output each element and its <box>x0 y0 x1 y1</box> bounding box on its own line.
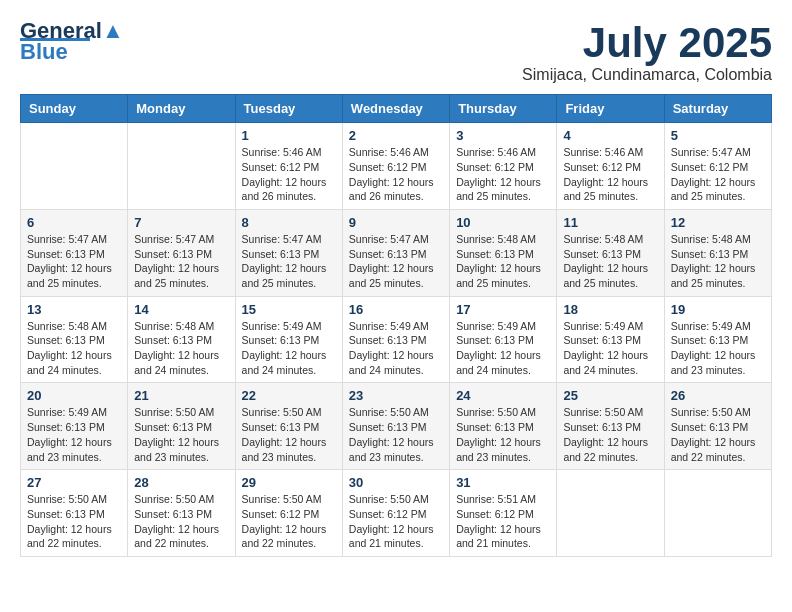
day-info: Sunrise: 5:46 AM Sunset: 6:12 PM Dayligh… <box>242 145 336 204</box>
calendar-cell-2-3: 8Sunrise: 5:47 AM Sunset: 6:13 PM Daylig… <box>235 209 342 296</box>
day-number: 25 <box>563 388 657 403</box>
calendar-table: Sunday Monday Tuesday Wednesday Thursday… <box>20 94 772 557</box>
day-info: Sunrise: 5:47 AM Sunset: 6:13 PM Dayligh… <box>349 232 443 291</box>
day-info: Sunrise: 5:50 AM Sunset: 6:12 PM Dayligh… <box>242 492 336 551</box>
calendar-week-5: 27Sunrise: 5:50 AM Sunset: 6:13 PM Dayli… <box>21 470 772 557</box>
day-info: Sunrise: 5:49 AM Sunset: 6:13 PM Dayligh… <box>456 319 550 378</box>
day-info: Sunrise: 5:47 AM Sunset: 6:12 PM Dayligh… <box>671 145 765 204</box>
calendar-cell-4-4: 23Sunrise: 5:50 AM Sunset: 6:13 PM Dayli… <box>342 383 449 470</box>
day-number: 14 <box>134 302 228 317</box>
day-info: Sunrise: 5:50 AM Sunset: 6:13 PM Dayligh… <box>563 405 657 464</box>
day-info: Sunrise: 5:48 AM Sunset: 6:13 PM Dayligh… <box>134 319 228 378</box>
col-tuesday: Tuesday <box>235 95 342 123</box>
day-number: 16 <box>349 302 443 317</box>
day-number: 1 <box>242 128 336 143</box>
calendar-cell-1-7: 5Sunrise: 5:47 AM Sunset: 6:12 PM Daylig… <box>664 123 771 210</box>
calendar-week-3: 13Sunrise: 5:48 AM Sunset: 6:13 PM Dayli… <box>21 296 772 383</box>
calendar-cell-3-1: 13Sunrise: 5:48 AM Sunset: 6:13 PM Dayli… <box>21 296 128 383</box>
calendar-week-1: 1Sunrise: 5:46 AM Sunset: 6:12 PM Daylig… <box>21 123 772 210</box>
calendar-cell-4-5: 24Sunrise: 5:50 AM Sunset: 6:13 PM Dayli… <box>450 383 557 470</box>
day-info: Sunrise: 5:50 AM Sunset: 6:12 PM Dayligh… <box>349 492 443 551</box>
day-number: 20 <box>27 388 121 403</box>
calendar-cell-5-7 <box>664 470 771 557</box>
day-number: 28 <box>134 475 228 490</box>
day-info: Sunrise: 5:48 AM Sunset: 6:13 PM Dayligh… <box>671 232 765 291</box>
calendar-cell-1-5: 3Sunrise: 5:46 AM Sunset: 6:12 PM Daylig… <box>450 123 557 210</box>
day-number: 24 <box>456 388 550 403</box>
day-info: Sunrise: 5:49 AM Sunset: 6:13 PM Dayligh… <box>27 405 121 464</box>
calendar-cell-1-4: 2Sunrise: 5:46 AM Sunset: 6:12 PM Daylig… <box>342 123 449 210</box>
day-info: Sunrise: 5:50 AM Sunset: 6:13 PM Dayligh… <box>27 492 121 551</box>
col-sunday: Sunday <box>21 95 128 123</box>
day-info: Sunrise: 5:49 AM Sunset: 6:13 PM Dayligh… <box>671 319 765 378</box>
day-number: 5 <box>671 128 765 143</box>
day-info: Sunrise: 5:48 AM Sunset: 6:13 PM Dayligh… <box>563 232 657 291</box>
calendar-cell-3-6: 18Sunrise: 5:49 AM Sunset: 6:13 PM Dayli… <box>557 296 664 383</box>
calendar-cell-4-2: 21Sunrise: 5:50 AM Sunset: 6:13 PM Dayli… <box>128 383 235 470</box>
col-wednesday: Wednesday <box>342 95 449 123</box>
day-info: Sunrise: 5:50 AM Sunset: 6:13 PM Dayligh… <box>134 492 228 551</box>
calendar-cell-1-6: 4Sunrise: 5:46 AM Sunset: 6:12 PM Daylig… <box>557 123 664 210</box>
day-number: 30 <box>349 475 443 490</box>
day-info: Sunrise: 5:46 AM Sunset: 6:12 PM Dayligh… <box>349 145 443 204</box>
day-info: Sunrise: 5:49 AM Sunset: 6:13 PM Dayligh… <box>349 319 443 378</box>
calendar-cell-4-3: 22Sunrise: 5:50 AM Sunset: 6:13 PM Dayli… <box>235 383 342 470</box>
calendar-cell-2-1: 6Sunrise: 5:47 AM Sunset: 6:13 PM Daylig… <box>21 209 128 296</box>
col-friday: Friday <box>557 95 664 123</box>
calendar-week-2: 6Sunrise: 5:47 AM Sunset: 6:13 PM Daylig… <box>21 209 772 296</box>
day-number: 15 <box>242 302 336 317</box>
day-info: Sunrise: 5:50 AM Sunset: 6:13 PM Dayligh… <box>134 405 228 464</box>
day-info: Sunrise: 5:49 AM Sunset: 6:13 PM Dayligh… <box>563 319 657 378</box>
col-saturday: Saturday <box>664 95 771 123</box>
calendar-cell-3-7: 19Sunrise: 5:49 AM Sunset: 6:13 PM Dayli… <box>664 296 771 383</box>
calendar-header-row: Sunday Monday Tuesday Wednesday Thursday… <box>21 95 772 123</box>
day-number: 19 <box>671 302 765 317</box>
day-number: 2 <box>349 128 443 143</box>
day-info: Sunrise: 5:49 AM Sunset: 6:13 PM Dayligh… <box>242 319 336 378</box>
calendar-cell-5-3: 29Sunrise: 5:50 AM Sunset: 6:12 PM Dayli… <box>235 470 342 557</box>
day-info: Sunrise: 5:50 AM Sunset: 6:13 PM Dayligh… <box>456 405 550 464</box>
logo-blue: Blue <box>20 39 68 65</box>
day-number: 13 <box>27 302 121 317</box>
day-number: 31 <box>456 475 550 490</box>
day-info: Sunrise: 5:50 AM Sunset: 6:13 PM Dayligh… <box>349 405 443 464</box>
day-info: Sunrise: 5:50 AM Sunset: 6:13 PM Dayligh… <box>671 405 765 464</box>
day-info: Sunrise: 5:46 AM Sunset: 6:12 PM Dayligh… <box>456 145 550 204</box>
calendar-cell-4-1: 20Sunrise: 5:49 AM Sunset: 6:13 PM Dayli… <box>21 383 128 470</box>
day-number: 22 <box>242 388 336 403</box>
day-info: Sunrise: 5:48 AM Sunset: 6:13 PM Dayligh… <box>456 232 550 291</box>
calendar-cell-1-2 <box>128 123 235 210</box>
calendar-cell-1-3: 1Sunrise: 5:46 AM Sunset: 6:12 PM Daylig… <box>235 123 342 210</box>
logo: General▲ Blue <box>20 20 124 65</box>
day-number: 4 <box>563 128 657 143</box>
day-number: 12 <box>671 215 765 230</box>
title-block: July 2025 Simijaca, Cundinamarca, Colomb… <box>522 20 772 84</box>
calendar-cell-5-5: 31Sunrise: 5:51 AM Sunset: 6:12 PM Dayli… <box>450 470 557 557</box>
day-info: Sunrise: 5:51 AM Sunset: 6:12 PM Dayligh… <box>456 492 550 551</box>
location-subtitle: Simijaca, Cundinamarca, Colombia <box>522 66 772 84</box>
calendar-cell-4-7: 26Sunrise: 5:50 AM Sunset: 6:13 PM Dayli… <box>664 383 771 470</box>
calendar-cell-3-4: 16Sunrise: 5:49 AM Sunset: 6:13 PM Dayli… <box>342 296 449 383</box>
day-info: Sunrise: 5:47 AM Sunset: 6:13 PM Dayligh… <box>242 232 336 291</box>
calendar-cell-5-2: 28Sunrise: 5:50 AM Sunset: 6:13 PM Dayli… <box>128 470 235 557</box>
day-number: 9 <box>349 215 443 230</box>
day-number: 18 <box>563 302 657 317</box>
day-number: 7 <box>134 215 228 230</box>
day-number: 29 <box>242 475 336 490</box>
calendar-cell-2-7: 12Sunrise: 5:48 AM Sunset: 6:13 PM Dayli… <box>664 209 771 296</box>
calendar-cell-2-5: 10Sunrise: 5:48 AM Sunset: 6:13 PM Dayli… <box>450 209 557 296</box>
calendar-cell-2-4: 9Sunrise: 5:47 AM Sunset: 6:13 PM Daylig… <box>342 209 449 296</box>
calendar-cell-5-1: 27Sunrise: 5:50 AM Sunset: 6:13 PM Dayli… <box>21 470 128 557</box>
day-number: 26 <box>671 388 765 403</box>
day-number: 6 <box>27 215 121 230</box>
day-number: 3 <box>456 128 550 143</box>
day-number: 27 <box>27 475 121 490</box>
calendar-cell-3-5: 17Sunrise: 5:49 AM Sunset: 6:13 PM Dayli… <box>450 296 557 383</box>
month-year-title: July 2025 <box>522 20 772 66</box>
calendar-cell-1-1 <box>21 123 128 210</box>
calendar-cell-5-6 <box>557 470 664 557</box>
day-number: 10 <box>456 215 550 230</box>
day-info: Sunrise: 5:48 AM Sunset: 6:13 PM Dayligh… <box>27 319 121 378</box>
day-number: 23 <box>349 388 443 403</box>
day-info: Sunrise: 5:47 AM Sunset: 6:13 PM Dayligh… <box>27 232 121 291</box>
